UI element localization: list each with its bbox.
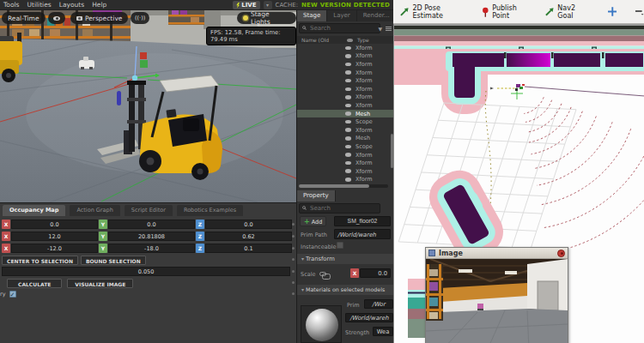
image-window-titlebar[interactable]: Image [426,248,568,259]
eye-icon[interactable] [345,54,351,58]
pose-estimate-tool[interactable]: 2D Pose Estimate [400,4,471,20]
prim-path-label: Prim Path [301,232,327,238]
tree-row-selected[interactable]: Mesh [297,110,394,118]
cell-size-field[interactable] [2,267,290,276]
live-dropdown[interactable]: ▾ [264,1,272,9]
isaac-sim-window: Tools Utilities Layouts Help LIVE ▾ CACH… [0,0,393,343]
lower-z-field[interactable] [205,244,292,253]
eye-icon[interactable] [345,153,351,157]
rviz-map-view[interactable]: Image [393,24,644,343]
horizontal-scrollbar[interactable] [299,184,388,188]
menu-layouts[interactable]: Layouts [59,1,84,9]
tree-row[interactable]: Xform [297,159,394,167]
funnel-icon[interactable]: ▼ [378,26,382,32]
tab-occupancy-map[interactable]: Occupancy Map [3,205,65,216]
tree-row[interactable]: Xform [297,167,394,176]
y-axis-badge: Y [99,244,107,253]
prim-path-field[interactable]: /World/wareh [334,229,391,239]
nav2-goal-tool[interactable]: Nav2 Goal [545,4,592,20]
lower-x-field[interactable] [11,244,98,253]
strength-field[interactable]: Wea [373,327,393,336]
bound-selection-button[interactable]: BOUND SELECTION [81,256,146,265]
eye-icon[interactable] [345,169,351,173]
tab-robotics-examples[interactable]: Robotics Examples [177,205,243,216]
prim-name-field[interactable] [334,216,391,226]
tab-stage[interactable]: Stage [297,10,327,21]
tab-render[interactable]: Render... [357,10,397,21]
eye-icon[interactable] [345,161,351,165]
tree-row[interactable]: Xform [297,85,394,93]
perspective-dropdown[interactable]: Perspective [70,12,128,24]
pan-tool-icon[interactable] [608,7,617,16]
geometry-checkbox[interactable]: ✓ [9,291,16,298]
link-icon[interactable] [319,272,326,276]
tab-property[interactable]: Property [297,190,336,202]
instanceable-checkbox[interactable] [337,242,343,249]
eye-icon[interactable] [345,111,351,116]
row-dot [292,223,295,226]
tree-row[interactable]: Xform [297,151,394,159]
tree-row[interactable]: Xform [297,126,394,135]
tab-action-graph[interactable]: Action Graph [70,205,119,216]
hamburger-icon[interactable] [386,27,392,31]
viewport-3d[interactable]: Real-Time Perspective ((·)) Stage Lights… [0,10,296,202]
tree-row[interactable]: Scope [297,142,394,151]
transform-section-header[interactable]: ▾Transform [297,254,394,264]
tree-row[interactable]: Scope [297,117,394,126]
eye-icon[interactable] [345,46,351,51]
origin-y-field[interactable] [108,220,195,229]
tree-row[interactable]: Xform [297,101,394,110]
add-button[interactable]: + Add [300,216,326,226]
lower-y-field[interactable] [108,244,195,253]
upper-z-field[interactable] [205,232,292,241]
origin-z-field[interactable] [205,220,292,229]
menu-utilities[interactable]: Utilities [27,1,51,9]
y-axis-badge: Y [99,232,107,241]
stage-lights-button[interactable]: Stage Lights [237,12,296,24]
visibility-button[interactable] [48,12,65,24]
tab-layer[interactable]: Layer [327,10,357,21]
close-icon[interactable] [557,250,565,257]
upper-x-field[interactable] [11,232,98,241]
tree-row[interactable]: Xform [297,69,394,77]
menu-tools[interactable]: Tools [3,1,19,9]
zoom-out-icon[interactable] [635,8,644,15]
stage-search-input[interactable] [299,23,380,33]
eye-icon[interactable] [345,178,351,182]
material-path-field[interactable]: /World/wareh [345,313,393,322]
eye-icon[interactable] [345,128,351,132]
eye-icon[interactable] [345,120,351,124]
eye-icon[interactable] [345,95,351,99]
publish-point-tool[interactable]: Publish Point [482,4,534,20]
live-button[interactable]: LIVE [233,1,259,9]
materials-section-header[interactable]: ▾Materials on selected models [297,285,394,295]
eye-icon[interactable] [345,79,351,83]
prim-field[interactable]: /Wor [364,299,393,309]
origin-x-field[interactable] [11,220,98,229]
tab-script-editor[interactable]: Script Editor [125,205,173,216]
z-axis-badge: Z [196,244,204,253]
property-search-input[interactable] [299,203,380,214]
center-to-selection-button[interactable]: CENTER TO SELECTION [2,256,78,265]
upper-y-field[interactable] [108,232,195,241]
tree-row[interactable]: Xform [297,76,394,85]
realtime-button[interactable]: Real-Time [2,12,46,24]
eye-icon[interactable] [345,136,351,141]
calculate-button[interactable]: CALCULATE [7,279,62,288]
row-dot [292,235,295,238]
tree-row[interactable]: Xform [297,60,394,69]
tree-row[interactable]: Xform [297,93,394,102]
tree-row[interactable]: Xform [297,176,394,184]
menu-help[interactable]: Help [92,1,106,9]
tree-row[interactable]: Xform [297,52,394,61]
eye-icon[interactable] [345,145,351,149]
tree-row[interactable]: Mesh [297,135,394,143]
visualize-image-button[interactable]: VISUALIZE IMAGE [67,279,133,288]
scale-x-field[interactable]: 0.0 [360,268,391,278]
signal-button[interactable]: ((·)) [131,12,149,24]
tree-row[interactable]: Xform [297,44,394,52]
eye-icon[interactable] [345,63,351,67]
eye-icon[interactable] [345,104,351,108]
eye-icon[interactable] [345,70,351,75]
eye-icon[interactable] [345,87,351,92]
